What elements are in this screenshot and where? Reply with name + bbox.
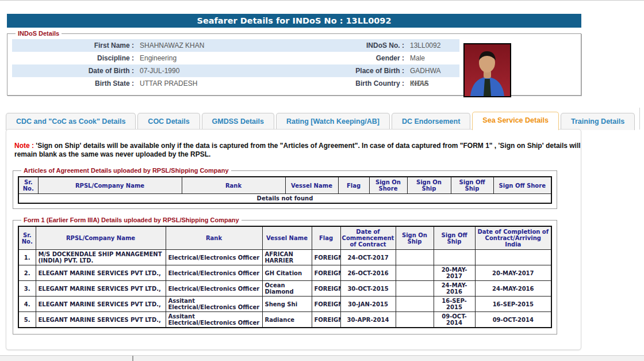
cell-rank: Electrical/Electronics Officer <box>166 265 262 281</box>
field-value: GADHWA KHAS <box>404 64 459 77</box>
tab-coc-details[interactable]: COC Details <box>137 113 200 130</box>
cell-company: ELEGANT MARINE SERVICES PVT LTD., <box>36 312 166 328</box>
cell-completion: 09-OCT-2014 <box>475 312 551 328</box>
field-label: Discipline : <box>12 52 134 64</box>
cell-commencement: 30-OCT-2015 <box>340 281 396 297</box>
field-value: 13LL0092 <box>404 39 459 52</box>
seafarer-photo <box>463 43 511 97</box>
cell-sign-off-ship: 09-OCT-2014 <box>434 312 475 328</box>
tab-training-details[interactable]: Training Details <box>561 113 635 130</box>
cell-flag: FOREIGN <box>312 281 340 297</box>
cell-vessel: Ocean Diamond <box>262 281 312 297</box>
column-header: Flag <box>312 226 340 250</box>
field-value: Engineering <box>134 52 318 64</box>
cell-completion: 24-MAY-2016 <box>475 281 551 297</box>
cell-company: ELEGANT MARINE SERVICES PVT LTD., <box>36 297 166 312</box>
cell-sign-on-ship <box>396 297 434 312</box>
cell-sign-off-ship: 24-MAY-2016 <box>434 281 475 297</box>
page-title: Seafarer Details for INDoS No : 13LL0092 <box>7 14 581 28</box>
frame-divider[interactable] <box>132 356 133 361</box>
field-value: UTTAR PRADESH <box>134 77 318 90</box>
column-header: Rank <box>166 226 262 250</box>
form1-table: Sr. No. RPSL/Company Name Rank Vessel Na… <box>18 226 552 328</box>
cell-sign-on-ship <box>396 281 434 297</box>
cell-flag: FOREIGN <box>312 250 340 265</box>
cell-sr-no: 1. <box>18 250 36 265</box>
articles-header-row: Sr. No. RPSL/Company Name Rank Vessel Na… <box>18 177 551 194</box>
cell-company: ELEGANT MARINE SERVICES PVT LTD., <box>36 265 166 281</box>
field-label: First Name : <box>12 39 134 52</box>
cell-flag: FOREIGN <box>312 312 340 328</box>
cell-sr-no: 3. <box>18 281 36 297</box>
cell-commencement: 26-OCT-2016 <box>340 265 396 281</box>
field-label: Birth Country : <box>318 77 404 90</box>
column-header: Sign Off Ship <box>451 177 493 194</box>
field-label: Date of Birth : <box>12 64 134 77</box>
cell-sr-no: 2. <box>18 265 36 281</box>
cell-sign-off-ship: 20-MAY-2017 <box>434 265 475 281</box>
table-row: 5. ELEGANT MARINE SERVICES PVT LTD., Ass… <box>18 312 551 328</box>
column-header: Date of Completion of Contract/Arriving … <box>475 226 551 250</box>
cell-commencement: 24-OCT-2017 <box>340 250 396 265</box>
articles-of-agreement-fieldset: Articles of Agreement Details uploaded b… <box>13 167 557 209</box>
cell-sign-on-ship <box>396 250 434 265</box>
column-header: RPSL/Company Name <box>38 177 182 194</box>
column-header: Sign Off Ship <box>434 226 475 250</box>
browser-frame-edge <box>639 108 640 130</box>
field-label: Birth State : <box>12 77 134 90</box>
column-header: Rank <box>182 177 285 194</box>
indos-row-2: Discipline : Engineering Gender : Male <box>12 52 459 64</box>
form1-details-fieldset: Form 1 (Earlier Form IIIA) Details uploa… <box>13 216 557 335</box>
cell-flag: FOREIGN <box>312 265 340 281</box>
tab-sea-service-details[interactable]: Sea Service Details <box>472 112 559 130</box>
form1-header-row: Sr. No. RPSL/Company Name Rank Vessel Na… <box>18 226 551 250</box>
cell-sign-off-ship: 16-SEP-2015 <box>434 297 475 312</box>
cell-completion: 20-MAY-2017 <box>475 265 551 281</box>
column-header: Sr. No. <box>18 177 38 194</box>
column-header: Sr. No. <box>18 226 36 250</box>
field-value: INDIA <box>404 77 459 90</box>
cell-company: M/S DOCKENDALE SHIP MANAGEMENT (INDIA) P… <box>36 250 166 265</box>
tab-dc-endorsement[interactable]: DC Endorsement <box>392 113 470 130</box>
column-header: Date of Commencement of Contract <box>340 226 396 250</box>
cell-commencement: 30-APR-2014 <box>340 312 396 328</box>
articles-table: Sr. No. RPSL/Company Name Rank Vessel Na… <box>18 176 552 204</box>
column-header: Vessel Name <box>285 177 338 194</box>
column-header: Sign On Ship <box>396 226 434 250</box>
indos-row-1: First Name : SHAHNAWAZ KHAN INDoS No. : … <box>12 39 459 52</box>
empty-row: Details not found <box>18 194 551 204</box>
column-header: Vessel Name <box>262 226 312 250</box>
column-header: RPSL/Company Name <box>36 226 166 250</box>
tab-cdc-coc-as-cook-details[interactable]: CDC and "CoC as Cook" Details <box>6 113 136 130</box>
detail-tabs: CDC and "CoC as Cook" DetailsCOC Details… <box>6 111 637 130</box>
details-not-found-message: Details not found <box>18 194 551 204</box>
cell-sr-no: 4. <box>18 297 36 312</box>
tab-gmdss-details[interactable]: GMDSS Details <box>202 113 274 130</box>
note-text: Note : 'Sign on Ship' details will be av… <box>14 142 582 159</box>
cell-completion <box>475 250 551 265</box>
indos-row-4: Birth State : UTTAR PRADESH Birth Countr… <box>12 77 459 90</box>
cell-sign-off-ship <box>434 250 475 265</box>
field-value: 07-JUL-1990 <box>134 64 318 77</box>
column-header: Flag <box>338 177 369 194</box>
cell-completion: 16-SEP-2015 <box>475 297 551 312</box>
column-header: Sign On Ship <box>407 177 451 194</box>
table-row: 3. ELEGANT MARINE SERVICES PVT LTD., Ele… <box>18 281 551 297</box>
cell-rank: Assitant Electrical/Electronics Officer <box>166 312 262 328</box>
cell-sr-no: 5. <box>18 312 36 328</box>
cell-sign-on-ship <box>396 265 434 281</box>
cell-sign-on-ship <box>396 312 434 328</box>
cell-vessel: Radiance <box>262 312 312 328</box>
indos-details-legend: INDoS Details <box>16 30 62 37</box>
cell-commencement: 30-JAN-2015 <box>340 297 396 312</box>
field-label: Place of Birth : <box>318 64 404 77</box>
note-label: Note : <box>14 142 34 150</box>
tab-rating-watch-keeping-ab[interactable]: Rating [Watch Keeping/AB] <box>276 113 390 130</box>
horizontal-scrollbar[interactable] <box>0 355 644 361</box>
indos-row-3: Date of Birth : 07-JUL-1990 Place of Bir… <box>12 64 459 77</box>
cell-vessel: Sheng Shi <box>262 297 312 312</box>
indos-details-fieldset: INDoS Details First Name : SHAHNAWAZ KHA… <box>7 30 581 96</box>
window-top-edge <box>0 0 644 1</box>
note-body: 'Sign on Ship' details will be available… <box>14 142 581 158</box>
cell-rank: Assitant Electrical/Electronics Officer <box>166 297 262 312</box>
